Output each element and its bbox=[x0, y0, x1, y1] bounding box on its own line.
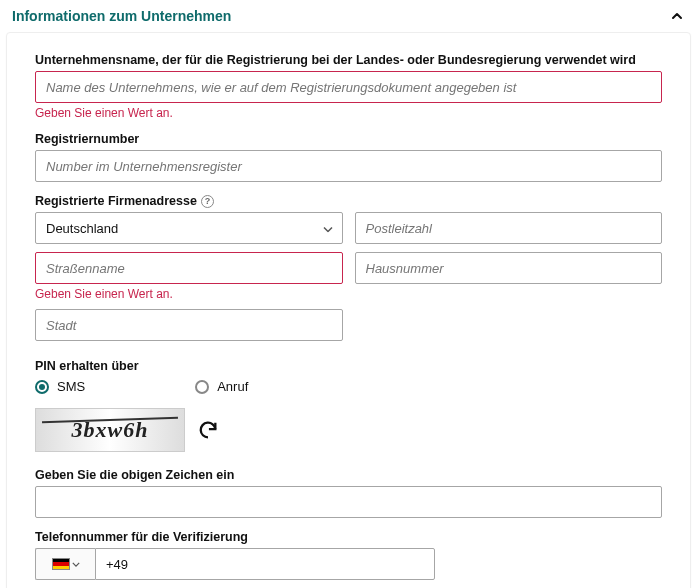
reg-number-label: Registriernumber bbox=[35, 132, 662, 146]
phone-field: Telefonnummer für die Verifizierung bbox=[35, 530, 662, 580]
company-name-field: Unternehmensname, der für die Registrier… bbox=[35, 53, 662, 120]
company-name-input[interactable] bbox=[35, 71, 662, 103]
captcha-row: 3bxw6h bbox=[35, 408, 662, 452]
reg-number-field: Registriernumber bbox=[35, 132, 662, 182]
pin-call-radio[interactable]: Anruf bbox=[195, 379, 248, 394]
company-name-error: Geben Sie einen Wert an. bbox=[35, 106, 662, 120]
section-header: Informationen zum Unternehmen bbox=[0, 0, 697, 32]
city-input[interactable] bbox=[35, 309, 343, 341]
phone-input[interactable] bbox=[95, 548, 435, 580]
street-input[interactable] bbox=[35, 252, 343, 284]
refresh-icon[interactable] bbox=[197, 419, 219, 441]
street-error: Geben Sie einen Wert an. bbox=[35, 287, 343, 301]
captcha-input-field: Geben Sie die obigen Zeichen ein bbox=[35, 468, 662, 518]
captcha-input[interactable] bbox=[35, 486, 662, 518]
zip-input[interactable] bbox=[355, 212, 663, 244]
chevron-up-icon[interactable] bbox=[669, 8, 685, 24]
pin-sms-radio[interactable]: SMS bbox=[35, 379, 85, 394]
address-field: Registrierte Firmenadresse ? Deutschland… bbox=[35, 194, 662, 341]
reg-number-input[interactable] bbox=[35, 150, 662, 182]
section-title: Informationen zum Unternehmen bbox=[12, 8, 231, 24]
pin-field: PIN erhalten über SMS Anruf bbox=[35, 359, 662, 394]
country-code-select[interactable] bbox=[35, 548, 95, 580]
captcha-input-label: Geben Sie die obigen Zeichen ein bbox=[35, 468, 662, 482]
address-label: Registrierte Firmenadresse ? bbox=[35, 194, 662, 208]
phone-label: Telefonnummer für die Verifizierung bbox=[35, 530, 662, 544]
pin-label: PIN erhalten über bbox=[35, 359, 662, 373]
house-input[interactable] bbox=[355, 252, 663, 284]
company-name-label: Unternehmensname, der für die Registrier… bbox=[35, 53, 662, 67]
captcha-image: 3bxw6h bbox=[35, 408, 185, 452]
chevron-down-icon bbox=[72, 562, 80, 567]
company-info-panel: Unternehmensname, der für die Registrier… bbox=[6, 32, 691, 588]
flag-de-icon bbox=[52, 558, 70, 570]
help-icon[interactable]: ? bbox=[201, 195, 214, 208]
country-select[interactable]: Deutschland bbox=[35, 212, 343, 244]
